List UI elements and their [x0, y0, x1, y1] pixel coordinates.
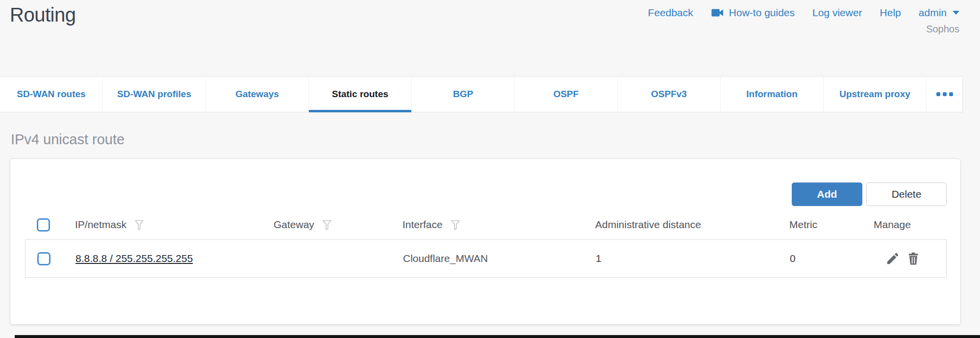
- route-ip-netmask-link[interactable]: 8.8.8.8 / 255.255.255.255: [75, 253, 193, 264]
- tab-label: Information: [746, 89, 798, 100]
- col-header-interface: Interface: [402, 219, 443, 231]
- section-heading: IPv4 unicast route: [11, 131, 125, 148]
- trash-icon[interactable]: [905, 251, 921, 266]
- ellipsis-icon: [936, 92, 940, 96]
- tab-label: SD-WAN routes: [17, 89, 85, 100]
- delete-button[interactable]: Delete: [866, 182, 947, 206]
- feedback-label: Feedback: [648, 7, 693, 19]
- log-viewer-label: Log viewer: [812, 7, 862, 19]
- tab-gateways[interactable]: Gateways: [206, 77, 309, 112]
- feedback-link[interactable]: Feedback: [648, 7, 693, 19]
- col-header-manage: Manage: [874, 219, 911, 231]
- tab-bgp[interactable]: BGP: [412, 77, 515, 112]
- tab-bar: SD-WAN routes SD-WAN profiles Gateways S…: [0, 76, 963, 112]
- table-row: 8.8.8.8 / 255.255.255.255 Cloudflare_MWA…: [25, 239, 947, 278]
- pencil-icon[interactable]: [885, 251, 901, 266]
- funnel-icon[interactable]: [450, 218, 461, 231]
- top-nav: Feedback How-to guides Log viewer Help a…: [648, 7, 959, 19]
- tab-label: OSPFv3: [651, 89, 687, 100]
- static-routes-panel: Add Delete IP/netmask Gateway Interface: [10, 158, 961, 325]
- table-header: IP/netmask Gateway Interface: [25, 210, 947, 239]
- tab-ospf[interactable]: OSPF: [515, 77, 618, 112]
- page-title: Routing: [10, 4, 75, 26]
- tab-sd-wan-profiles[interactable]: SD-WAN profiles: [103, 77, 206, 112]
- route-interface-value: Cloudflare_MWAN: [403, 253, 488, 264]
- help-label: Help: [880, 7, 901, 19]
- col-header-ip-netmask: IP/netmask: [75, 219, 126, 231]
- howto-guides-label: How-to guides: [729, 7, 795, 19]
- tab-sd-wan-routes[interactable]: SD-WAN routes: [0, 77, 103, 112]
- howto-guides-link[interactable]: How-to guides: [711, 7, 795, 19]
- row-checkbox[interactable]: [37, 252, 50, 265]
- funnel-icon[interactable]: [321, 218, 333, 231]
- help-link[interactable]: Help: [880, 7, 901, 19]
- tab-ospfv3[interactable]: OSPFv3: [618, 77, 721, 112]
- brand-label: Sophos: [926, 24, 959, 35]
- more-tabs-button[interactable]: [927, 77, 962, 112]
- user-menu-label: admin: [919, 7, 947, 19]
- funnel-icon[interactable]: [133, 218, 145, 231]
- ellipsis-icon: [949, 92, 953, 96]
- add-button[interactable]: Add: [792, 182, 862, 206]
- user-menu[interactable]: admin: [919, 7, 959, 19]
- tab-information[interactable]: Information: [721, 77, 824, 112]
- col-header-gateway: Gateway: [274, 219, 314, 231]
- select-all-checkbox[interactable]: [37, 218, 50, 232]
- tab-label: OSPF: [553, 89, 579, 100]
- ellipsis-icon: [943, 92, 947, 96]
- tab-label: Upstream proxy: [839, 89, 910, 100]
- log-viewer-link[interactable]: Log viewer: [812, 7, 862, 19]
- caret-down-icon: [953, 11, 959, 15]
- tab-label: BGP: [453, 89, 473, 100]
- tab-label: Static routes: [332, 89, 388, 100]
- tab-label: SD-WAN profiles: [117, 89, 191, 100]
- active-tab-underline: [309, 110, 411, 112]
- tab-upstream-proxy[interactable]: Upstream proxy: [824, 77, 927, 112]
- tab-label: Gateways: [235, 89, 279, 100]
- route-admin-distance-value: 1: [596, 253, 602, 264]
- screen-bottom-edge: [15, 335, 980, 338]
- video-camera-icon: [711, 7, 724, 18]
- col-header-metric: Metric: [789, 219, 817, 231]
- route-metric-value: 0: [790, 253, 796, 264]
- col-header-admin-distance: Administrative distance: [595, 219, 701, 231]
- tab-static-routes[interactable]: Static routes: [309, 77, 412, 112]
